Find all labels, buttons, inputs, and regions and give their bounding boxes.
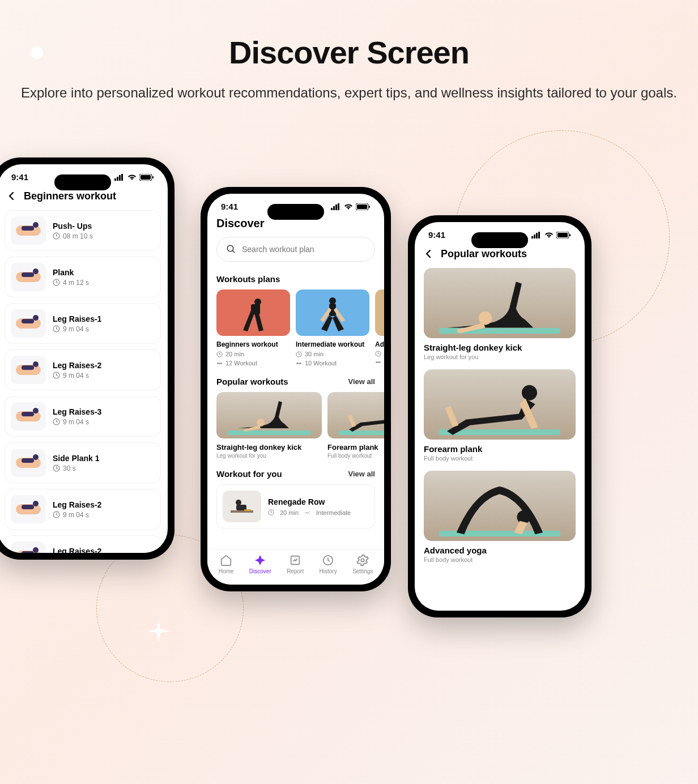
back-icon[interactable] [8, 189, 16, 203]
tab-history[interactable]: History [320, 554, 337, 574]
svg-rect-46 [538, 232, 540, 238]
exercise-duration: 9 m 04 s [63, 418, 89, 426]
exercise-thumbnail [11, 263, 46, 291]
workout-thumbnail [223, 491, 261, 522]
exercise-card[interactable]: Leg Raises-1 9 m 04 s [5, 303, 161, 344]
popular-row: Straight-leg donkey kick Leg workout for… [207, 392, 384, 459]
exercise-card[interactable]: Leg Raises-2 9 m 04 s [5, 489, 161, 530]
exercise-thumbnail [11, 542, 46, 553]
tab-discover[interactable]: Discover [249, 554, 271, 574]
svg-point-42 [361, 559, 364, 562]
workout-name: Advanced yoga [424, 546, 576, 555]
svg-rect-18 [338, 203, 339, 210]
report-icon [289, 554, 301, 566]
workout-subtitle: Full body workout [424, 455, 576, 462]
notch [267, 204, 324, 220]
notch [471, 232, 528, 248]
exercise-card[interactable]: Plank 4 m 12 s [5, 257, 161, 297]
status-time: 9:41 [428, 230, 445, 240]
search-field[interactable] [242, 245, 365, 254]
tab-home[interactable]: Home [219, 554, 234, 574]
svg-rect-25 [251, 304, 260, 314]
svg-rect-17 [335, 204, 337, 210]
workout-image [424, 471, 576, 541]
workout-image [424, 268, 576, 338]
svg-rect-1 [117, 177, 118, 181]
exercise-card[interactable]: Side Plank 1 30 s [5, 442, 161, 483]
popular-workout-card[interactable]: Forearm plank Full body workout [424, 369, 576, 462]
workout-name: Forearm plank [424, 444, 576, 454]
svg-rect-3 [121, 174, 123, 181]
plan-duration: 30 min [305, 351, 324, 357]
workout-name: Renegade Row [268, 497, 351, 506]
exercise-duration: 9 m 04 s [63, 511, 89, 519]
workout-image [327, 392, 384, 438]
clock-icon [53, 279, 60, 286]
exercise-name: Leg Raises-3 [53, 407, 101, 416]
level-icon [304, 509, 310, 515]
exercise-duration: 4 m 12 s [63, 279, 89, 287]
svg-point-22 [227, 245, 233, 252]
screen-title: Beginners workout [24, 190, 116, 202]
exercise-card[interactable]: Leg Raises-3 9 m 04 s [5, 396, 161, 437]
plan-image [375, 289, 384, 336]
svg-point-36 [236, 500, 241, 505]
exercise-duration: 30 s [63, 465, 76, 472]
search-input[interactable] [216, 237, 375, 262]
section-title-wfy: Workout for you [216, 469, 282, 479]
workout-subtitle: Full body workout [327, 453, 384, 459]
exercise-card[interactable]: Leg Raises-2 [5, 535, 161, 553]
svg-rect-44 [534, 235, 535, 238]
exercise-thumbnail [11, 309, 46, 338]
workout-plan-card[interactable]: Ad [375, 289, 384, 367]
svg-rect-49 [569, 234, 571, 236]
view-all-link[interactable]: View all [348, 470, 375, 478]
exercise-card[interactable]: Push- Ups 08 m 10 s [5, 210, 161, 251]
workout-plan-card[interactable]: Intermediate workout 30 min 10 Workout [296, 289, 369, 367]
back-icon[interactable] [425, 246, 433, 261]
page-subtitle: Explore into personalized workout recomm… [0, 82, 698, 103]
clock-icon [296, 351, 302, 357]
plan-image [296, 289, 369, 336]
exercise-duration: 9 m 04 s [63, 372, 89, 380]
svg-point-33 [257, 419, 265, 427]
popular-workout-card[interactable]: Straight-leg donkey kick Leg workout for… [216, 392, 322, 459]
dumbbell-icon [296, 360, 302, 367]
settings-icon [356, 554, 369, 566]
popular-workout-card[interactable]: Advanced yoga Full body workout [424, 471, 576, 563]
exercise-card[interactable]: Leg Raises-2 9 m 04 s [5, 350, 161, 390]
tab-report[interactable]: Report [287, 554, 304, 574]
exercise-name: Leg Raises-2 [53, 547, 101, 553]
clock-icon [53, 465, 60, 472]
svg-rect-5 [141, 175, 151, 180]
workout-image [424, 369, 576, 440]
exercise-thumbnail [11, 449, 46, 477]
dumbbell-icon [216, 360, 223, 367]
popular-workout-card[interactable]: Straight-leg donkey kick Leg workout for… [424, 268, 576, 360]
exercise-name: Side Plank 1 [53, 454, 99, 463]
status-icons [331, 203, 371, 210]
exercise-list: Push- Ups 08 m 10 s Plank 4 m 12 s Leg R… [0, 210, 168, 553]
workout-plan-card[interactable]: Beginners workout 20 min 12 Workout [216, 289, 290, 367]
workout-subtitle: Leg workout for you [216, 453, 322, 459]
svg-rect-16 [333, 206, 335, 210]
home-icon [220, 554, 232, 566]
sparkle-icon [147, 620, 170, 642]
popular-workout-card[interactable]: Forearm plank Full body workout [327, 392, 384, 459]
tab-label: Discover [249, 568, 271, 574]
plan-name: Ad [375, 340, 384, 348]
tab-label: History [320, 568, 337, 574]
tab-settings[interactable]: Settings [352, 554, 373, 574]
workout-duration: 20 min [280, 509, 299, 516]
exercise-thumbnail [11, 356, 46, 384]
popular-list: Straight-leg donkey kick Leg workout for… [415, 268, 585, 563]
section-title-popular: Popular workouts [216, 377, 288, 386]
exercise-duration: 08 m 10 s [63, 232, 93, 240]
tab-label: Home [219, 568, 234, 574]
clock-icon [53, 325, 60, 333]
clock-icon [53, 511, 60, 518]
view-all-link[interactable]: View all [348, 377, 375, 386]
exercise-name: Leg Raises-1 [53, 314, 101, 323]
workout-for-you-card[interactable]: Renegade Row 20 min Intermediate [216, 484, 375, 529]
workout-name: Straight-leg donkey kick [424, 343, 576, 352]
